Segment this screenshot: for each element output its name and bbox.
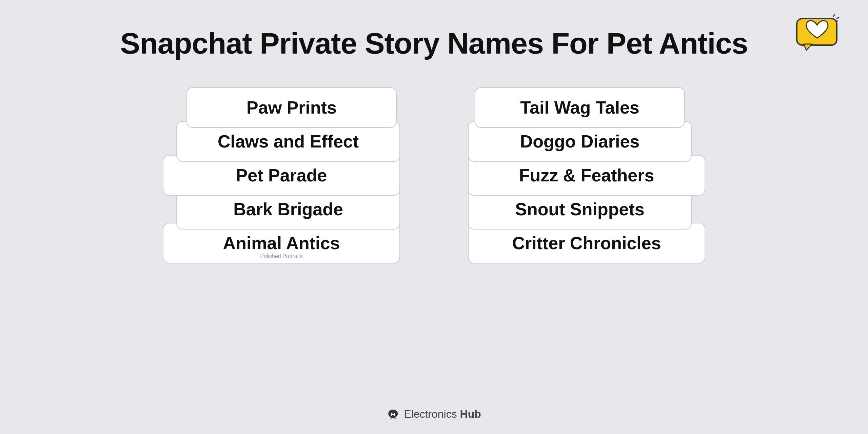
right-column: Tail Wag Tales Doggo Diaries Fuzz & Feat… bbox=[468, 87, 705, 263]
footer-logo-icon bbox=[387, 408, 399, 420]
footer-brand: Electronics Hub bbox=[404, 408, 481, 420]
left-column: Paw Prints Claws and Effect Pet Parade B… bbox=[163, 87, 400, 263]
attribution-text: Polished Portraits bbox=[260, 253, 302, 259]
columns-container: Paw Prints Claws and Effect Pet Parade B… bbox=[163, 87, 705, 263]
list-item: Paw Prints bbox=[186, 87, 397, 128]
svg-line-3 bbox=[837, 18, 839, 18]
list-item: Tail Wag Tales bbox=[475, 87, 685, 128]
page-title: Snapchat Private Story Names For Pet Ant… bbox=[120, 27, 748, 60]
logo-icon bbox=[793, 14, 841, 54]
footer-hub: Hub bbox=[460, 408, 481, 420]
svg-marker-1 bbox=[804, 44, 812, 50]
svg-line-2 bbox=[833, 14, 835, 16]
footer: Electronics Hub bbox=[387, 408, 481, 420]
